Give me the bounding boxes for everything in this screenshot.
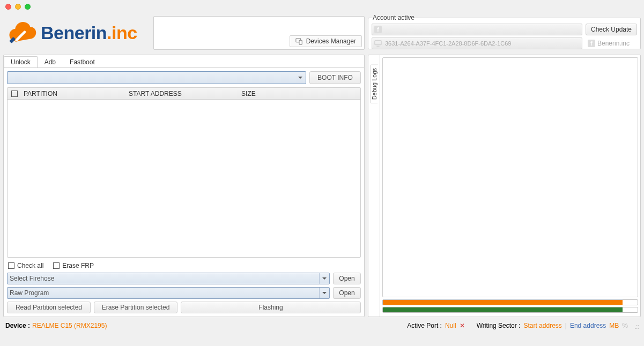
progress-bar-1 — [382, 299, 638, 305]
logo-text: Benerin.inc — [41, 22, 137, 43]
tab-fastboot[interactable]: Fastboot — [63, 56, 102, 68]
status-bar: Device : REALME C15 (RMX2195) Active Por… — [0, 319, 644, 332]
partition-table: PARTITION START ADDRESS SIZE — [7, 87, 361, 258]
tab-unlock[interactable]: Unlock — [4, 56, 38, 68]
titlebar — [0, 0, 644, 13]
col-start-address[interactable]: START ADDRESS — [129, 90, 241, 97]
mb-label: MB — [609, 322, 619, 329]
device-name: REALME C15 (RMX2195) — [32, 322, 107, 329]
maximize-dot[interactable] — [25, 4, 31, 10]
account-fieldset: Account active f Check Update 3631-A264-… — [368, 14, 641, 49]
main: Unlock Adb Fastboot BOOT INFO PARTITION … — [0, 52, 644, 319]
device-select-combo[interactable] — [7, 71, 306, 84]
device-id-text: 3631-A264-A37F-4FC1-2A28-8D6F-6DA2-1C69 — [385, 40, 511, 47]
pct-label: % — [622, 322, 628, 329]
debug-vtab-strip: Debug Logs — [368, 55, 380, 317]
left-panel: Unlock Adb Fastboot BOOT INFO PARTITION … — [3, 55, 365, 317]
select-firehose-combo[interactable]: Select Firehose — [7, 273, 330, 284]
open-firehose-button[interactable]: Open — [333, 273, 361, 284]
header-right: Account active f Check Update 3631-A264-… — [368, 13, 641, 52]
header-left: Benerin.inc Devices Manager — [3, 13, 365, 52]
table-body-empty — [8, 100, 360, 257]
action-buttons: Read Partition selected Erase Partition … — [7, 302, 361, 313]
erase-partition-button[interactable]: Erase Partition selected — [94, 302, 177, 313]
progress-bar-2 — [382, 307, 638, 313]
active-port-label: Active Port : — [407, 322, 442, 329]
end-address: End address — [570, 322, 606, 329]
device-prefix: Device : — [5, 322, 30, 329]
tab-body-unlock: BOOT INFO PARTITION START ADDRESS SIZE C… — [4, 68, 364, 317]
header-check-all[interactable] — [11, 91, 18, 97]
screwdriver-cloud-icon — [6, 17, 38, 48]
progress-area — [382, 299, 638, 314]
facebook-icon: f — [588, 40, 595, 47]
devices-manager-button[interactable]: Devices Manager — [290, 35, 362, 47]
facebook-icon: f — [374, 26, 382, 33]
devices-manager-label: Devices Manager — [306, 37, 356, 45]
monitor-icon — [374, 40, 382, 47]
tab-adb[interactable]: Adb — [38, 56, 63, 68]
flashing-button[interactable]: Flashing — [181, 302, 361, 313]
col-size[interactable]: SIZE — [241, 90, 360, 97]
check-update-button[interactable]: Check Update — [586, 24, 637, 35]
svg-rect-4 — [375, 41, 381, 45]
svg-rect-3 — [299, 40, 302, 44]
raw-program-combo[interactable]: Raw Program — [7, 287, 330, 299]
resize-grip-icon[interactable] — [631, 322, 639, 329]
options-row: Check all Erase FRP — [7, 261, 361, 273]
header: Benerin.inc Devices Manager Account acti… — [0, 13, 644, 52]
check-all-checkbox[interactable]: Check all — [8, 262, 43, 269]
col-partition[interactable]: PARTITION — [21, 90, 129, 97]
account-device-id-input[interactable]: 3631-A264-A37F-4FC1-2A28-8D6F-6DA2-1C69 — [372, 37, 582, 49]
separator: | — [565, 322, 567, 329]
open-raw-button[interactable]: Open — [333, 287, 361, 299]
debug-body — [380, 55, 640, 317]
app-logo: Benerin.inc — [3, 14, 153, 51]
account-brand-link[interactable]: f Benerin.inc — [586, 37, 637, 49]
writing-sector-label: Writing Sector : — [477, 322, 521, 329]
account-legend: Account active — [372, 14, 416, 21]
table-header: PARTITION START ADDRESS SIZE — [8, 88, 360, 100]
tab-strip: Unlock Adb Fastboot — [4, 55, 364, 68]
start-address: Start address — [523, 322, 561, 329]
devices-manager-panel: Devices Manager — [153, 16, 365, 50]
close-port-icon[interactable]: ✕ — [460, 322, 465, 329]
close-dot[interactable] — [5, 4, 11, 10]
tab-debug-logs[interactable]: Debug Logs — [371, 64, 378, 103]
erase-frp-checkbox[interactable]: Erase FRP — [53, 262, 94, 269]
active-port-value: Null — [445, 322, 456, 329]
account-social-input[interactable]: f — [372, 24, 582, 35]
right-panel: Debug Logs — [368, 55, 641, 317]
debug-log-textarea[interactable] — [382, 57, 638, 297]
boot-info-button[interactable]: BOOT INFO — [309, 71, 361, 84]
devices-icon — [295, 37, 303, 45]
read-partition-button[interactable]: Read Partition selected — [7, 302, 91, 313]
minimize-dot[interactable] — [15, 4, 21, 10]
